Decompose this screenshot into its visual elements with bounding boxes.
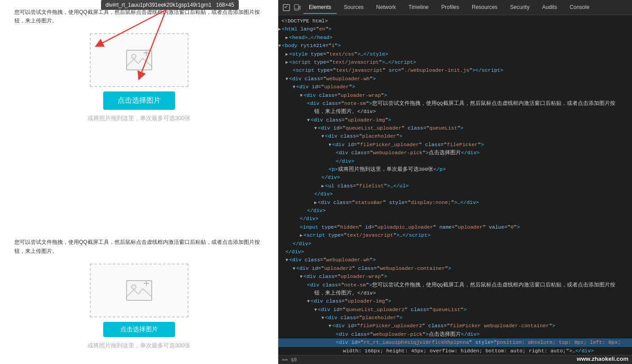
html-line: <script type="text/javascript" src="./we…	[278, 66, 632, 74]
uploader-section-2: 您可以尝试文件拖拽，使用QQ截屏工具，然后鼠标点击虚线框内激活窗口后粘贴，或者点…	[0, 230, 278, 358]
html-line: <input type="hidden" id="uploadpic_uploa…	[278, 223, 632, 231]
html-line: <div class="note-sm">您可以尝试文件拖拽，使用QQ截屏工具，…	[278, 100, 632, 108]
html-line: ▼<div class="uploader-img">	[278, 297, 632, 305]
html-line: ▼<div id="queueList_uploader2" class="qu…	[278, 306, 632, 314]
html-line-highlighted: <div id="rt_rt_1auu1ph4s1qjv10rflckhhp1p…	[278, 338, 632, 347]
html-line: ▼<div id="filePicker_uploader2" class="f…	[278, 322, 632, 330]
left-panel: 您可以尝试文件拖拽，使用QQ截屏工具，然后鼠标点击虚线框内激活窗口后粘贴，或者点…	[0, 0, 278, 364]
html-line: </div>	[278, 157, 632, 165]
html-line: ▼<div id="filePicker_uploader" class="fi…	[278, 141, 632, 149]
html-line: </div>	[278, 240, 632, 248]
html-line: ▶<head>…</head>	[278, 34, 632, 42]
pick-button-2[interactable]: 点击选择图片	[103, 322, 175, 337]
tab-profiles[interactable]: Profiles	[436, 1, 465, 14]
html-line: </div>	[278, 173, 632, 182]
html-line: ▼<div id="uploader">	[278, 83, 632, 91]
html-line: ▶<style type="text/css">…</style>	[278, 50, 632, 58]
tab-sources[interactable]: Sources	[338, 1, 369, 14]
html-line: <p>或将照片拖到这里，单次最多可选300张</p>	[278, 165, 632, 173]
tab-elements[interactable]: Elements	[303, 1, 337, 14]
drop-hint-1: 或将照片拖到这里，单次最多可选300张	[18, 114, 260, 122]
html-line: </div>	[278, 207, 632, 215]
watermark: www.zhaokeli.com	[577, 355, 628, 362]
pick-button-1[interactable]: 点击选择图片	[103, 91, 175, 110]
html-line: ▼<div id="queueList_uploader" class="que…	[278, 124, 632, 132]
bottom-status: == $0	[282, 357, 297, 363]
uploader-block-2: 点击选择图片 或将照片拖到这里，单次最多可选300张	[18, 264, 260, 350]
html-line: ▶<div class="statusBar" style="display:n…	[278, 199, 632, 207]
device-icon[interactable]	[293, 3, 302, 12]
tab-security[interactable]: Security	[505, 1, 535, 14]
devtools-toolbar: Elements Sources Network Timeline Profil…	[278, 0, 632, 15]
tab-resources[interactable]: Resources	[466, 1, 503, 14]
html-line: ▶<ul class="filelist">…</ul>	[278, 182, 632, 190]
html-line: width: 168px; height: 45px; overflow: hi…	[278, 347, 632, 355]
tab-console[interactable]: Console	[564, 1, 595, 14]
tooltip-size: 168×45	[216, 2, 234, 8]
html-line: ▼<div class="placeholder">	[278, 132, 632, 140]
html-line: 钮，来上传图片。</div>	[278, 289, 632, 297]
tab-audits[interactable]: Audits	[537, 1, 562, 14]
note-text-2: 您可以尝试文件拖拽，使用QQ截屏工具，然后鼠标点击虚线框内激活窗口后粘贴，或者点…	[9, 234, 269, 259]
html-line: <div class="webuploader-pick">点击选择图片</di…	[278, 330, 632, 338]
placeholder-img-2	[126, 277, 153, 304]
tooltip-id: div#rt_rt_1auu1ph391eek20k1gsp149r1grn1	[105, 2, 211, 8]
svg-point-9	[132, 285, 136, 289]
svg-rect-14	[299, 6, 300, 9]
placeholder-img-1	[126, 47, 153, 74]
html-line: ▼<div class="uploader-wrap">	[278, 273, 632, 281]
html-line: ▶<script type="text/javascript">…</scrip…	[278, 231, 632, 239]
html-line: 钮，来上传图片。</div>	[278, 108, 632, 116]
html-line: ▼<div class="uploader-img">	[278, 116, 632, 124]
html-line: ▼<div class="webuploader-wh">	[278, 75, 632, 83]
tooltip-box: div#rt_rt_1auu1ph391eek20k1gsp149r1grn1 …	[101, 0, 239, 10]
uploader-block-1: 点击选择图片 或将照片拖到这里，单次最多可选300张	[18, 33, 260, 122]
uploader-section-1: 您可以尝试文件拖拽，使用QQ截屏工具，然后鼠标点击虚线框内激活窗口后粘贴，或者点…	[0, 0, 278, 131]
html-line: ▼<div class="webuploader-wh">	[278, 256, 632, 264]
html-line: ▼<body ryt14214="1">	[278, 42, 632, 50]
svg-point-1	[132, 54, 136, 59]
tab-timeline[interactable]: Timeline	[403, 1, 434, 14]
html-line: </div>	[278, 190, 632, 198]
uploader-img-area-1	[90, 33, 189, 87]
html-line: <div class="webuploader-pick">点击选择图片</di…	[278, 149, 632, 157]
devtools-content[interactable]: <!DOCTYPE html> ▶<html lang="en"> ▶<head…	[278, 15, 632, 355]
right-panel: Elements Sources Network Timeline Profil…	[278, 0, 632, 364]
html-line: </div>	[278, 215, 632, 223]
html-line: <!DOCTYPE html>	[278, 17, 632, 25]
html-line: <div class="note-sm">您可以尝试文件拖拽，使用QQ截屏工具，…	[278, 281, 632, 289]
html-line: ▶<script type="text/javascript">…</scrip…	[278, 58, 632, 66]
html-line: </div>	[278, 248, 632, 256]
inspect-icon[interactable]	[282, 3, 291, 12]
uploader-img-area-2	[90, 264, 189, 317]
tab-network[interactable]: Network	[371, 1, 401, 14]
html-line: ▼<div class="placeholder">	[278, 314, 632, 322]
drop-hint-2: 或将照片拖到这里，单次最多可选300张	[18, 342, 260, 350]
html-line: ▼<div class="uploader-wrap">	[278, 91, 632, 100]
html-line: ▼<div id="uploader2" class="webuploader-…	[278, 264, 632, 273]
svg-rect-13	[294, 4, 298, 10]
html-line: ▶<html lang="en">	[278, 25, 632, 33]
svg-rect-12	[283, 4, 290, 11]
